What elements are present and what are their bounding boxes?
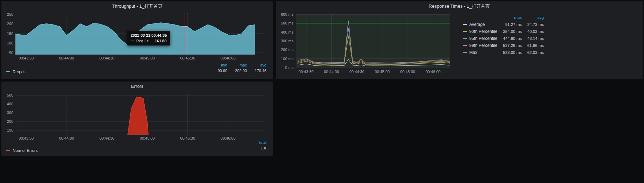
legend-stat-total: 1 K [247,146,266,150]
series-color-icon [131,41,134,41]
x-axis-tick-label: 00:44:00 [59,136,74,140]
series-color-icon [463,45,467,46]
legend-series-label: Num of Errors [13,148,38,153]
legend-header-row: max avg [463,14,544,21]
panel-errors: Errors 10020030040050000:43:3000:44:0000… [1,82,273,156]
errors-chart-canvas[interactable]: 10020030040050000:43:3000:44:0000:44:300… [1,91,273,143]
x-axis-tick-label: 00:43:30 [19,56,34,60]
y-axis-tick-label: 150 [7,31,13,36]
legend-header-avg[interactable]: avg [247,63,266,67]
panel-title-response-times[interactable]: Response Times - 1_打开首页 [276,1,643,10]
panel-response-times: Response Times - 1_打开首页 0 ms100 ms200 ms… [276,1,643,79]
x-axis-tick-label: 00:45:30 [180,136,195,140]
tooltip-value: 161.80 [155,39,167,43]
errors-legend-stats: total 1 K [247,140,266,150]
y-axis-tick-label: 200 [7,119,13,124]
legend-row-99th-percentile[interactable]: 99th Percentile 527.28 ms 61.96 ms [463,42,544,49]
legend-header-total[interactable]: total [247,140,266,145]
legend-row-90th-percentile[interactable]: 90th Percentile 354.00 ms 40.03 ms [463,28,544,35]
series-color-icon [463,38,467,39]
legend-header-avg[interactable]: avg [522,15,544,20]
x-axis-tick-label: 00:44:30 [349,70,365,74]
series-color-icon [6,71,10,72]
response-times-chart-canvas[interactable]: 0 ms100 ms200 ms300 ms400 ms500 ms600 ms… [276,10,458,75]
legend-row-max[interactable]: Max 528.00 ms 62.03 ms [463,49,544,56]
y-axis-tick-label: 200 ms [281,48,294,52]
tooltip-timestamp: 2021-03-21 00:44:35 [131,33,167,37]
legend-header-min[interactable]: min [208,63,227,67]
series-color-icon [463,52,467,53]
x-axis-tick-label: 00:46:00 [425,70,441,74]
x-axis-tick-label: 00:45:00 [140,136,155,140]
legend-header-max[interactable]: max [227,63,247,67]
x-axis-tick-label: 00:46:00 [221,136,236,140]
y-axis-tick-label: 400 [7,102,13,106]
y-axis-tick-label: 100 [7,41,13,45]
y-axis-tick-label: 200 [7,22,13,26]
x-axis-tick-label: 00:45:00 [140,56,155,60]
x-axis-tick-label: 00:44:30 [99,136,115,140]
x-axis-tick-label: 00:44:00 [59,56,74,60]
legend-series-num-of-errors[interactable]: Num of Errors [6,148,38,153]
panel-title-errors[interactable]: Errors [1,82,273,91]
x-axis-tick-label: 00:44:00 [324,70,339,74]
y-axis-tick-label: 0 ms [285,65,293,70]
series-color-icon [463,24,467,25]
tooltip-series-label: Req / s: [136,39,150,43]
y-axis-tick-label: 300 [7,111,13,115]
y-axis-tick-label: 300 ms [281,39,294,43]
x-axis-tick-label: 00:45:00 [375,70,390,74]
legend-header-max[interactable]: max [501,15,522,20]
series-color-icon [6,150,10,151]
x-axis-tick-label: 00:45:30 [400,70,415,74]
y-axis-tick-label: 500 [7,93,13,97]
throughput-legend-stats: min max avg 90.60 202.00 170.46 [208,63,266,73]
x-axis-tick-label: 00:43:30 [19,136,34,140]
series-color-icon [463,31,467,32]
legend-stat-min: 90.60 [208,69,227,73]
legend-stat-avg: 170.46 [247,69,266,73]
y-axis-tick-label: 500 ms [281,21,294,25]
x-axis-tick-label: 00:43:30 [299,70,314,74]
response-times-legend: max avg Average 91.27 ms 24.73 ms 90th P… [463,14,544,56]
y-axis-tick-label: 50 [9,51,13,55]
y-axis-tick-label: 250 [7,12,13,16]
y-axis-tick-label: 600 ms [281,12,294,16]
x-axis-tick-label: 00:44:30 [99,56,115,60]
y-axis-tick-label: 100 [7,128,13,132]
legend-series-label: Req / s [13,70,25,74]
panel-title-throughput[interactable]: Throughput - 1_打开首页 [1,1,273,10]
x-axis-tick-label: 00:46:00 [221,56,236,60]
grafana-dashboard: Throughput - 1_打开首页 5010015020025000:43:… [0,0,644,183]
panel-throughput: Throughput - 1_打开首页 5010015020025000:43:… [1,1,273,79]
y-axis-tick-label: 100 ms [281,57,294,61]
y-axis-tick-label: 400 ms [281,30,294,34]
chart-tooltip: 2021-03-21 00:44:35 Req / s: 161.80 [127,31,170,45]
legend-row-average[interactable]: Average 91.27 ms 24.73 ms [463,21,544,28]
legend-series-req-s[interactable]: Req / s [6,70,25,74]
legend-stat-max: 202.00 [227,69,247,73]
x-axis-tick-label: 00:45:30 [180,56,195,60]
legend-row-95th-percentile[interactable]: 95th Percentile 444.90 ms 48.14 ms [463,35,544,42]
